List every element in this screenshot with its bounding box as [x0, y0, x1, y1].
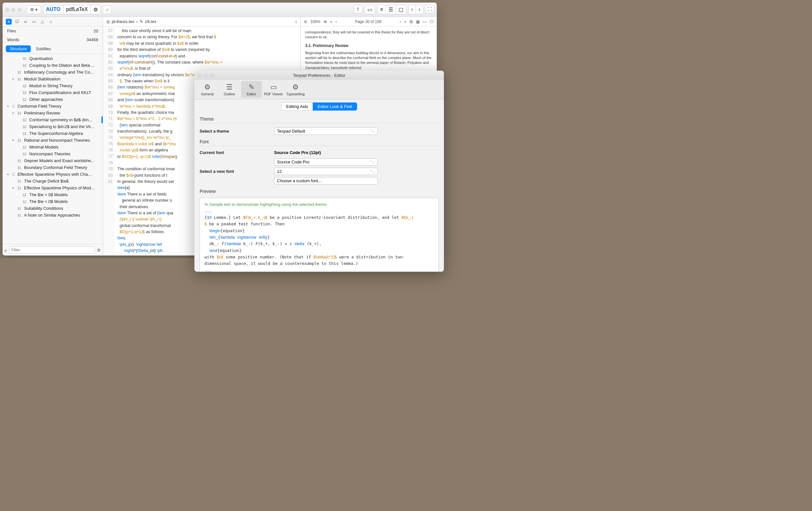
outline-item[interactable]: §1The Charge Deficit $\e$ [3, 178, 103, 185]
outline-item[interactable]: ▾CEffective Spacetime Physics with Cha..… [3, 171, 103, 178]
outline-item[interactable]: §1Boundary Conformal Field Theory [3, 164, 103, 171]
include-icon: ✎ [140, 19, 143, 24]
prefs-tab-general[interactable]: ⚙︎General [197, 81, 218, 98]
typeset-status-icon[interactable]: ✓ [103, 5, 112, 14]
outline-item[interactable]: §2Flux Compactifications and KKLT [3, 89, 103, 96]
outline-item[interactable]: §2Coupling to the Dilaton and Beta ... [3, 62, 103, 69]
pdf-next-icon[interactable]: › [400, 20, 401, 24]
share-icon[interactable]: ⇪ [353, 5, 362, 13]
search-icon[interactable]: ⌕ [48, 19, 54, 25]
outline-item[interactable]: §2Conformal symmetry in $d$ dim... [3, 116, 103, 123]
outline-item[interactable]: §2The Superconformal Algebra [3, 130, 103, 137]
font-heading: Font [200, 136, 439, 146]
layout-segment-1[interactable]: ▭ [365, 5, 375, 14]
math-mode-icon[interactable]: π [295, 19, 297, 24]
select-font-label: Select a new font [200, 169, 274, 174]
pdf-intro: correspondence, they will not be covered… [305, 30, 432, 40]
prefs-tab-pdf[interactable]: ▭PDF Viewer [263, 81, 284, 98]
font-name-select[interactable]: Source Code Pro⌃⌄ [274, 158, 378, 166]
outline-item[interactable]: §1Gepner Models and Exact worldshe... [3, 157, 103, 164]
folder-icon[interactable]: ▭ [31, 19, 37, 25]
sidebar: ≡ ☑ ∞ ▭ △ ⌕ Files20 Words34458 Structure… [3, 17, 103, 255]
outline-item[interactable]: §2Moduli in String Theory [3, 82, 103, 89]
editor-breadcrumb[interactable]: ◎ jd-thesis.tex › ✎ cft.tex π [103, 17, 300, 27]
pdf-section-heading: 3.1. Preliminary Review [305, 43, 432, 49]
theme-select[interactable]: Texpad Default⌃⌄ [274, 128, 378, 135]
pdf-prev-icon[interactable]: ‹ [336, 20, 337, 24]
prefs-subtabs: Editing Aids Editor Look & Feel [195, 99, 444, 114]
filter-input[interactable] [9, 246, 95, 253]
pdf-back-icon[interactable]: « [330, 20, 332, 24]
zoom-in-icon[interactable]: ⊕ [324, 20, 327, 24]
outline-list[interactable]: 92Quantisation§2Coupling to the Dilaton … [3, 54, 103, 244]
window-traffic-lights[interactable] [5, 8, 21, 12]
line-gutter: 5758596061626364656667686970717273747576… [103, 27, 115, 255]
subtab-editing-aids[interactable]: Editing Aids [281, 103, 313, 111]
tab-structure[interactable]: Structure [6, 45, 31, 52]
nav-segment[interactable]: ‹› [408, 5, 423, 14]
preview-heading: Preview [200, 186, 439, 195]
current-font-label: Current font [200, 150, 274, 155]
pdf-grid-icon[interactable]: ⊞ [410, 20, 413, 24]
zoom-dot[interactable] [18, 8, 21, 12]
close-dot[interactable] [5, 8, 9, 12]
gear-icon: ⚙︎ [204, 83, 211, 91]
outline-item[interactable]: §2Minimal Models [3, 144, 103, 151]
typeset-gear-icon[interactable]: ⚙︎ [91, 5, 100, 14]
outline-item[interactable]: ▾§1Preliminary Review [3, 110, 103, 116]
link-icon[interactable]: ∞ [23, 19, 29, 25]
outline-item[interactable]: §1A Note on Similar Approaches [3, 212, 103, 218]
font-preview: % Sample text to demonstrate highlightin… [200, 198, 439, 258]
zoom-out-icon[interactable]: ⊖ [304, 20, 307, 24]
breadcrumb-file-1[interactable]: jd-thesis.tex [112, 19, 134, 24]
pdf-present-icon[interactable]: ▭ [423, 20, 427, 24]
minimize-dot[interactable] [11, 8, 15, 12]
prefs-titlebar: Texpad Preferences - Editor [195, 71, 444, 80]
typeset-icon: ⚙︎ [292, 83, 299, 91]
sidebar-stats: Files20 Words34458 [3, 27, 103, 44]
outline-item[interactable]: 92Quantisation [3, 55, 103, 62]
fullscreen-icon[interactable]: ⛶ [425, 5, 434, 13]
outline-item[interactable]: §1Inflationary Cosmology and The Co... [3, 69, 103, 76]
sidebar-toolbar: ≡ ☑ ∞ ▭ △ ⌕ [3, 17, 103, 27]
prefs-toolbar: ⚙︎General ☰Outline ✎Editor ▭PDF Viewer ⚙… [195, 80, 444, 99]
warning-icon[interactable]: △ [39, 19, 46, 25]
filter-icon: ⌕ [4, 248, 7, 252]
outline-item[interactable]: §1Suitability Conditions [3, 205, 103, 212]
typeset-segment: AUTO pdfLaTeX ⚙︎ [43, 5, 101, 14]
pdf-fwd-icon[interactable]: » [404, 20, 406, 24]
outline-item[interactable]: §2Other approaches [3, 96, 103, 103]
prefs-tab-typesetting[interactable]: ⚙︎Typesetting [285, 81, 306, 98]
outline-item[interactable]: §2Specialising to $d=2$ and the Vir... [3, 123, 103, 130]
todo-icon[interactable]: ☑ [14, 19, 20, 25]
filter-gear-icon[interactable]: ⚙︎ [97, 248, 101, 252]
font-size-select[interactable]: 12⌃⌄ [274, 168, 378, 175]
prefs-tab-editor[interactable]: ✎Editor [241, 81, 262, 98]
theme-label: Select a theme [200, 129, 274, 134]
outline-item[interactable]: §2The $\e < 0$ Models [3, 198, 103, 205]
outline-item[interactable]: ▾§1Rational and Noncompact Theories [3, 137, 103, 144]
prefs-tab-outline[interactable]: ☰Outline [219, 81, 240, 98]
outline-item[interactable]: §2Noncompact Theories [3, 151, 103, 157]
outline-item[interactable]: ▾§1Effective Spacetime Physics of Mod... [3, 185, 103, 191]
outline-icon[interactable]: ≡ [6, 19, 12, 25]
preferences-window: Texpad Preferences - Editor ⚙︎General ☰O… [195, 71, 444, 258]
prefs-body: Theme Select a theme Texpad Default⌃⌄ Fo… [195, 114, 444, 258]
layout-segment-2[interactable]: ≡☰▢ [377, 5, 406, 14]
pdf-thumbs-icon[interactable]: ▦ [416, 20, 419, 24]
breadcrumb-file-2[interactable]: cft.tex [145, 19, 156, 24]
custom-font-button[interactable]: Choose a custom font... [274, 177, 378, 185]
zoom-value: 100% [311, 20, 320, 24]
settings-gear-button[interactable]: ⚙︎ ▾ [27, 5, 41, 14]
tab-subfiles[interactable]: Subfiles [32, 45, 55, 52]
outline-item[interactable]: ▾CConformal Field Theory [3, 103, 103, 110]
outline-item[interactable]: §2The $\e > 0$ Models [3, 191, 103, 198]
outline-item[interactable]: ▾§1Moduli Stabilisation [3, 76, 103, 82]
typeset-engine[interactable]: pdfLaTeX [63, 5, 91, 14]
titlebar: ⚙︎ ▾ AUTO pdfLaTeX ⚙︎ ✓ ⇪ ▭ ≡☰▢ ‹› ⛶ [3, 3, 437, 17]
pdf-display-icon[interactable]: 🖵 [430, 20, 434, 24]
pdf-page-indicator: Page 30 of 159 [355, 20, 381, 24]
typeset-auto[interactable]: AUTO [44, 5, 63, 14]
pdf-paragraph: Beginning from the rudimentary building … [305, 51, 432, 71]
subtab-look-feel[interactable]: Editor Look & Feel [313, 103, 357, 111]
